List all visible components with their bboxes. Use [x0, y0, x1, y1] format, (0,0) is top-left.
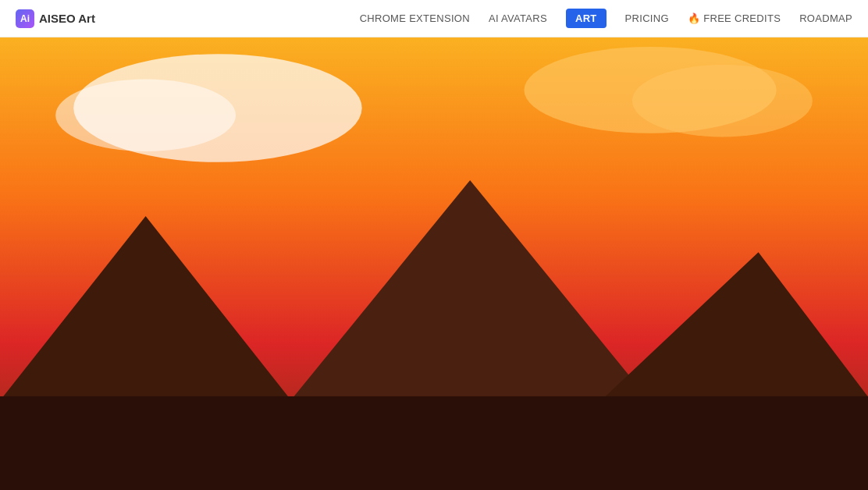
app-name: AISEO Art [39, 12, 95, 25]
nav-art[interactable]: ART [566, 9, 607, 28]
nav-links: CHROME EXTENSION AI AVATARS ART PRICING … [360, 9, 852, 28]
navbar: Ai AISEO Art CHROME EXTENSION AI AVATARS… [0, 0, 868, 37]
nav-roadmap[interactable]: ROADMAP [799, 12, 852, 24]
app-logo[interactable]: Ai AISEO Art [16, 9, 95, 28]
logo-icon: Ai [16, 9, 34, 28]
svg-rect-42 [651, 396, 868, 488]
nav-pricing[interactable]: PRICING [625, 12, 669, 24]
nav-chrome-extension[interactable]: CHROME EXTENSION [360, 12, 470, 24]
nav-ai-avatars[interactable]: AI AVATARS [489, 12, 547, 24]
nav-free-credits[interactable]: 🔥 FREE CREDITS [688, 12, 781, 24]
gallery-item-4 [651, 382, 868, 488]
image-gallery [0, 382, 868, 488]
